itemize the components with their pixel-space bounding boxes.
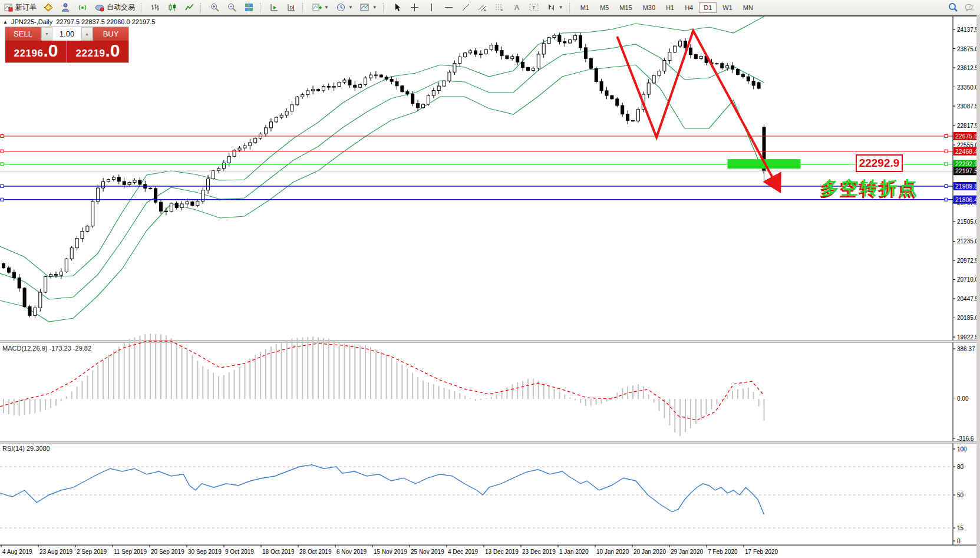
candle-up bbox=[44, 276, 47, 292]
timeframe-w1[interactable]: W1 bbox=[718, 2, 737, 13]
crosshair-button[interactable] bbox=[407, 1, 423, 14]
arrows-button[interactable]: ▼ bbox=[543, 1, 566, 14]
channel-button[interactable]: E bbox=[475, 1, 491, 14]
candle-down bbox=[175, 203, 178, 207]
timeframe-m15[interactable]: M15 bbox=[615, 2, 636, 13]
zoom-out-button[interactable] bbox=[224, 1, 240, 14]
chevron-down-icon: ▼ bbox=[372, 5, 377, 10]
community-icon[interactable] bbox=[964, 2, 974, 12]
timeframe-d1[interactable]: D1 bbox=[699, 2, 717, 13]
timeframe-m1[interactable]: M1 bbox=[576, 2, 594, 13]
main-toolbar: 新订单 自动交易 ▼ ▼ ▼ E F A bbox=[0, 0, 980, 15]
template-button[interactable]: ▼ bbox=[357, 1, 380, 14]
bar-chart-button[interactable] bbox=[147, 1, 163, 14]
vertical-line-button[interactable] bbox=[424, 1, 440, 14]
timeframe-m30[interactable]: M30 bbox=[638, 2, 660, 13]
volume-value[interactable]: 1.00 bbox=[52, 27, 81, 41]
trendline-button[interactable] bbox=[458, 1, 474, 14]
add-indicator-icon bbox=[312, 2, 322, 12]
sell-price-main: 22196 bbox=[14, 48, 44, 60]
price-tick: 21235.0 bbox=[957, 238, 979, 245]
candle-up bbox=[490, 45, 493, 49]
chevron-down-icon: ▼ bbox=[559, 5, 563, 10]
candle-down bbox=[584, 48, 587, 58]
date-tick: 23 Dec 2019 bbox=[522, 549, 556, 555]
buy-price[interactable]: 22219 .0 bbox=[67, 41, 128, 62]
cursor-button[interactable] bbox=[390, 1, 405, 14]
new-order-label: 新订单 bbox=[15, 2, 37, 12]
fibonacci-button[interactable]: F bbox=[492, 1, 508, 14]
fibonacci-icon: F bbox=[495, 2, 505, 12]
date-tick: 2 Sep 2019 bbox=[77, 549, 107, 555]
line-handle[interactable] bbox=[1, 163, 4, 166]
macd-tick: 386.37 bbox=[957, 346, 975, 352]
line-handle[interactable] bbox=[945, 198, 948, 201]
tile-windows-button[interactable] bbox=[241, 1, 257, 14]
line-handle[interactable] bbox=[1, 150, 4, 153]
signals-button[interactable] bbox=[75, 1, 91, 14]
profile-button[interactable] bbox=[58, 1, 74, 14]
zoom-in-button[interactable] bbox=[207, 1, 223, 14]
sell-price[interactable]: 22196 .0 bbox=[5, 41, 67, 62]
price-tick: 23612.5 bbox=[957, 65, 979, 71]
auto-scroll-button[interactable] bbox=[283, 1, 299, 14]
candle-up bbox=[269, 122, 272, 128]
buy-button[interactable]: BUY bbox=[93, 27, 128, 41]
candle-down bbox=[354, 85, 357, 87]
line-chart-button[interactable] bbox=[182, 1, 197, 14]
toolbar-grip bbox=[200, 3, 204, 12]
candle-up bbox=[91, 202, 94, 226]
candle-up bbox=[102, 181, 105, 188]
label-icon: T bbox=[529, 2, 539, 12]
candle-down bbox=[757, 82, 760, 88]
label-button[interactable]: T bbox=[526, 1, 542, 14]
line-handle[interactable] bbox=[1, 135, 4, 138]
channel-icon: E bbox=[478, 2, 488, 12]
price-tick: 21505.0 bbox=[957, 219, 979, 225]
date-tick: 4 Dec 2019 bbox=[448, 549, 479, 555]
line-handle[interactable] bbox=[945, 135, 948, 138]
line-handle[interactable] bbox=[1, 184, 4, 187]
candle-up bbox=[574, 35, 577, 39]
line-handle[interactable] bbox=[945, 150, 948, 153]
candle-up bbox=[369, 75, 372, 78]
candle-down bbox=[632, 121, 635, 121]
timeframe-m5[interactable]: M5 bbox=[595, 2, 613, 13]
search-icon[interactable] bbox=[948, 2, 958, 12]
auto-trading-button[interactable]: 自动交易 bbox=[92, 1, 138, 14]
toolbar-group-indicators: ▼ ▼ ▼ bbox=[308, 0, 381, 15]
turning-point-annotation[interactable]: 多空转折点 bbox=[821, 176, 919, 200]
new-order-button[interactable]: 新订单 bbox=[1, 1, 39, 14]
candlestick-chart-button[interactable] bbox=[164, 1, 180, 14]
price-tick: 24137.5 bbox=[957, 27, 979, 33]
add-indicator-button[interactable]: ▼ bbox=[309, 1, 332, 14]
date-tick: 10 Jan 2020 bbox=[596, 549, 629, 555]
ticket-button[interactable] bbox=[41, 1, 57, 14]
text-button[interactable]: A bbox=[509, 1, 525, 14]
chart-canvas[interactable]: 24137.523875.023612.523350.023087.522817… bbox=[0, 0, 980, 558]
line-handle[interactable] bbox=[945, 163, 948, 166]
symbol-info-line: ▲ JPN225-,Daily 22797.5 22837.5 22060.0 … bbox=[3, 18, 155, 25]
shift-chart-button[interactable] bbox=[266, 1, 282, 14]
line-handle[interactable] bbox=[1, 198, 4, 201]
line-handle[interactable] bbox=[945, 184, 948, 187]
periods-button[interactable]: ▼ bbox=[333, 1, 356, 14]
timeframe-h4[interactable]: H4 bbox=[680, 2, 698, 13]
price-annotation-box[interactable]: 22292.9 bbox=[856, 154, 903, 172]
candle-up bbox=[296, 97, 299, 104]
volume-increase-button[interactable]: ▲ bbox=[81, 27, 93, 41]
svg-text:22675.8: 22675.8 bbox=[955, 133, 978, 140]
candle-up bbox=[128, 183, 131, 185]
sell-button[interactable]: SELL bbox=[5, 27, 41, 41]
rsi-tick: 80 bbox=[957, 464, 964, 470]
timeframe-h1[interactable]: H1 bbox=[661, 2, 679, 13]
svg-text:21806.4: 21806.4 bbox=[955, 196, 978, 203]
collapse-panel-icon[interactable]: ▲ bbox=[3, 19, 8, 25]
horizontal-line-button[interactable] bbox=[441, 1, 457, 14]
candle-down bbox=[527, 68, 530, 71]
toolbar-right-group bbox=[948, 2, 980, 12]
candle-up bbox=[249, 143, 252, 146]
volume-decrease-button[interactable]: ▼ bbox=[41, 27, 52, 41]
candle-up bbox=[39, 292, 42, 308]
timeframe-mn[interactable]: MN bbox=[738, 2, 758, 13]
